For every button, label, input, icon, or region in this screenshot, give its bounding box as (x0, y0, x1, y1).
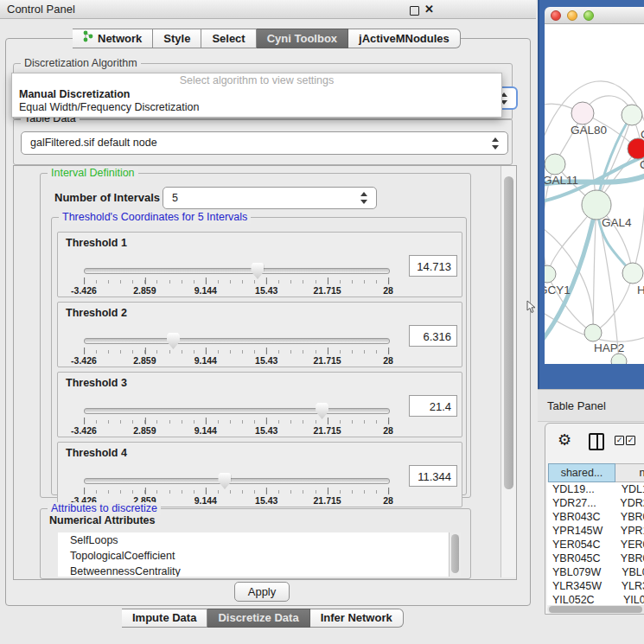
network-node[interactable] (628, 138, 644, 159)
table-cell-shared-name[interactable]: YER054C (547, 538, 612, 552)
network-node[interactable] (582, 190, 611, 220)
algorithm-option[interactable]: Equal Width/Frequency Discretization (12, 101, 501, 114)
scrollbar-thumb[interactable] (451, 534, 459, 573)
table-cell-shared-name[interactable]: YLR345W (547, 579, 613, 593)
table-cell-shared-name[interactable]: YDL19... (547, 482, 613, 496)
threshold-value-field[interactable]: 21.4 (409, 395, 457, 417)
slider-track[interactable] (84, 268, 390, 274)
scrollbar-thumb[interactable] (504, 176, 513, 489)
network-node[interactable] (611, 354, 627, 364)
table-row[interactable]: YLR345W YLR3 (547, 579, 644, 593)
tick-label: -3.426 (71, 285, 97, 296)
tab[interactable]: jActiveMNodules (348, 29, 461, 48)
tab[interactable]: Network (73, 29, 153, 48)
table-cell-name[interactable]: YBR0 (612, 552, 644, 565)
checkbox-icon[interactable]: ✓ (615, 436, 624, 445)
num-intervals-combo[interactable]: 5 (163, 187, 377, 209)
network-node[interactable] (545, 265, 556, 283)
table-row[interactable]: YDL19... YDL1 (547, 482, 644, 496)
table-cell-name[interactable]: YDR2 (611, 496, 644, 510)
threshold-value-field[interactable]: 6.316 (409, 325, 457, 347)
network-node[interactable] (571, 102, 594, 124)
table-row[interactable]: YER054C YER0 (547, 538, 644, 552)
threshold-value-field[interactable]: 11.344 (409, 465, 457, 487)
tick-label: -3.426 (71, 355, 97, 366)
gear-icon[interactable]: ⚙ (558, 430, 571, 450)
network-node[interactable] (545, 154, 565, 175)
table-horizontal-scrollbar[interactable] (547, 605, 644, 614)
table-cell-shared-name[interactable]: YPR145W (547, 524, 612, 538)
apply-button[interactable]: Apply (234, 582, 290, 602)
tick-label: 21.715 (314, 285, 341, 296)
tab[interactable]: Select (201, 29, 256, 48)
slider-track[interactable] (84, 478, 390, 484)
table-cell-name[interactable]: YDL1 (613, 482, 644, 496)
column-header-name[interactable]: na (615, 463, 644, 482)
table-cell-name[interactable]: YER0 (612, 538, 644, 552)
tab[interactable]: Style (153, 29, 201, 48)
attributes-list[interactable]: SelfLoops TopologicalCoefficient Between… (58, 532, 449, 577)
table-cell-name[interactable]: YLR3 (613, 579, 644, 593)
table-panel: ⚙ ✓ ✓ shared... na YDL19... YDL1 YDR27..… (545, 423, 644, 615)
attributes-list-scrollbar[interactable] (449, 532, 461, 577)
slider-track[interactable] (84, 408, 390, 414)
table-cell-shared-name[interactable]: YDR27... (547, 496, 611, 510)
table-row[interactable]: YPR145W YPR1 (547, 524, 644, 538)
slider-minor-ticks (84, 490, 389, 494)
table-cell-name[interactable]: YBR0 (612, 510, 644, 524)
tick-label: 15.43 (255, 495, 277, 506)
scrollbar-thumb[interactable] (549, 606, 642, 613)
slider-thumb-icon[interactable] (218, 473, 231, 489)
tab[interactable]: Cyni Toolbox (257, 29, 348, 48)
close-icon[interactable]: ✕ (424, 0, 434, 19)
control-panel-titlebar: Control Panel ✕ (0, 0, 536, 19)
table-cell-shared-name[interactable]: YIL052C (547, 593, 615, 605)
bottom-tab[interactable]: Discretize Data (207, 609, 309, 628)
table-data-combo[interactable]: galFiltered.sif default node (21, 131, 508, 155)
table-cell-shared-name[interactable]: YBR043C (547, 510, 612, 524)
attribute-item[interactable]: SelfLoops (58, 532, 449, 548)
node-table-rows: YDL19... YDL1 YDR27... YDR2 YBR043C YBR0… (547, 482, 644, 605)
table-row[interactable]: YDR27... YDR2 (547, 496, 644, 510)
table-cell-shared-name[interactable]: YBR045C (547, 552, 612, 565)
threshold-box: Threshold 4 -3.426 2. (57, 442, 462, 507)
network-canvas[interactable]: GAL80GACGAL11GAL4GCY1HHAP2 (545, 24, 644, 364)
control-panel-tabbar: Network Style Select Cyni Toolbox jActiv… (73, 29, 461, 48)
table-panel-titlebar: Table Panel (538, 389, 644, 422)
bottom-tab[interactable]: Infer Network (310, 609, 404, 628)
minimize-traffic-light-icon[interactable] (567, 10, 577, 21)
bottom-tab[interactable]: Impute Data (122, 609, 207, 628)
table-cell-name[interactable]: YIL0 (615, 593, 644, 605)
table-row[interactable]: YBR043C YBR0 (547, 510, 644, 524)
split-view-icon[interactable] (589, 433, 604, 450)
attribute-item[interactable]: TopologicalCoefficient (58, 548, 449, 564)
table-cell-name[interactable]: YBL0 (613, 565, 644, 579)
table-row[interactable]: YIL052C YIL0 (547, 593, 644, 605)
table-cell-shared-name[interactable]: YBL079W (547, 565, 613, 579)
zoom-traffic-light-icon[interactable] (583, 10, 594, 21)
main-scrollbar[interactable] (501, 166, 516, 577)
table-data-group: Table Data galFiltered.sif default node (13, 118, 513, 165)
checkbox-icon[interactable]: ✓ (626, 436, 635, 445)
table-cell-name[interactable]: YPR1 (612, 524, 644, 538)
threshold-label: Threshold 1 (66, 237, 127, 249)
slider-thumb-icon[interactable] (251, 263, 264, 279)
algorithm-option[interactable]: Manual Discretization (12, 88, 501, 101)
apply-button-label: Apply (248, 585, 277, 598)
float-window-icon[interactable] (410, 6, 419, 16)
cyni-toolbox-panel: Discretization Algorithm Select algorith… (5, 38, 531, 606)
network-node[interactable] (622, 105, 642, 125)
attribute-item[interactable]: BetweennessCentrality (58, 564, 449, 577)
network-node[interactable] (584, 324, 602, 341)
column-header-shared[interactable]: shared... (548, 463, 615, 482)
slider-track[interactable] (84, 338, 390, 344)
tick-label: 28 (383, 425, 393, 436)
network-node[interactable] (622, 263, 643, 284)
table-row[interactable]: YBR045C YBR0 (547, 552, 644, 565)
threshold-value-field[interactable]: 14.713 (409, 255, 457, 277)
close-traffic-light-icon[interactable] (551, 10, 561, 21)
table-row[interactable]: YBL079W YBL0 (547, 565, 644, 579)
slider-thumb-icon[interactable] (167, 333, 180, 349)
table-data-combo-value: galFiltered.sif default node (22, 132, 507, 154)
bottom-tabbar: Impute Data Discretize Data Infer Networ… (122, 609, 404, 628)
